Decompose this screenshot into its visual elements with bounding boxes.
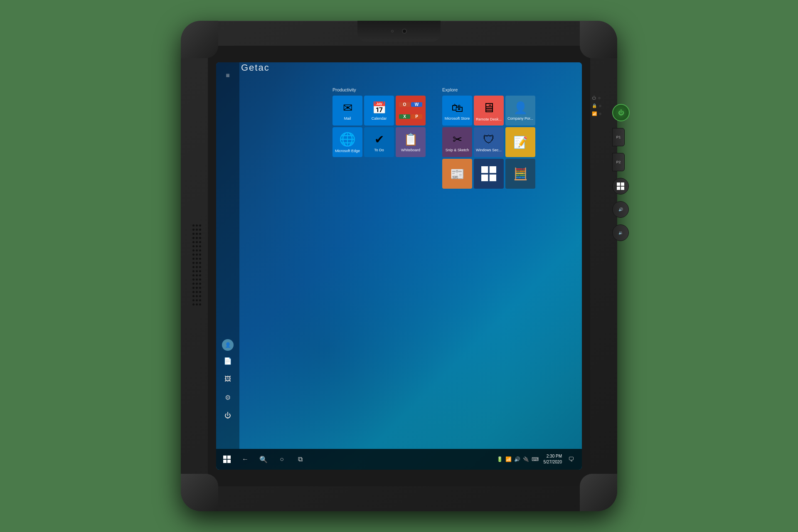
windows-button[interactable] (612, 178, 629, 195)
explore-group: Explore 🛍 Microsoft Store 🖥 (442, 87, 535, 189)
mail-label: Mail (344, 116, 351, 121)
volume-icon[interactable]: 🔊 (514, 456, 520, 462)
cortana-button[interactable]: ○ (274, 452, 289, 467)
taskbar-right: 🔋 📶 🔊 🔌 ⌨ 2:30 PM 5/27/2020 🗨 (497, 452, 579, 467)
keyboard-icon[interactable]: ⌨ (532, 456, 539, 462)
tile-sticky-notes[interactable]: 📝 (505, 127, 535, 157)
excel-mini: X (399, 114, 410, 119)
clock-date: 5/27/2020 (544, 459, 562, 465)
led-power-row: ⏻ (592, 96, 601, 100)
svg-rect-10 (223, 460, 227, 463)
volume-up-button[interactable]: 🔊 (612, 201, 629, 218)
edge-icon: 🌐 (339, 131, 356, 147)
win-start-sidebar: ≡ 👤 📄 🖼 ⚙ ⏻ (216, 62, 239, 449)
todo-icon: ✔ (374, 133, 384, 146)
corner-br (580, 474, 617, 511)
back-button[interactable]: ← (238, 452, 253, 467)
security-icon: 🛡 (483, 133, 495, 146)
tile-windows[interactable] (474, 159, 504, 189)
p1-button[interactable]: P1 (612, 128, 625, 146)
taskbar-items: ← 🔍 ○ ⧉ (238, 452, 308, 467)
todo-label: To Do (374, 148, 384, 152)
sidebar-power[interactable]: ⏻ (219, 407, 236, 424)
ppt-mini: P (411, 114, 422, 119)
camera-main (402, 29, 407, 34)
volume-down-button[interactable]: 🔉 (612, 224, 629, 241)
company-label: Company Por... (507, 116, 533, 121)
edge-label: Microsoft Edge (335, 149, 360, 153)
start-windows-logo (223, 456, 231, 463)
news-icon: 📰 (450, 167, 465, 181)
corner-tr (580, 21, 617, 58)
side-buttons: ⏻ P1 P2 🔊 🔉 (612, 104, 630, 241)
snip-icon: ✂ (453, 133, 462, 146)
windows-logo-tile (481, 166, 496, 181)
led-wifi-row: 📶 (592, 111, 601, 116)
tile-todo[interactable]: ✔ To Do (364, 127, 394, 157)
usb-icon[interactable]: 🔌 (523, 456, 529, 462)
explore-label: Explore (442, 87, 535, 92)
productivity-tile-grid: ✉ Mail 📅 Calendar (332, 96, 426, 157)
store-label: Microsoft Store (445, 116, 470, 121)
led-wifi (599, 113, 601, 115)
tile-snip-sketch[interactable]: ✂ Snip & Sketch (442, 127, 472, 157)
p2-button[interactable]: P2 (612, 153, 625, 171)
company-icon: 👤 (513, 101, 528, 115)
tile-store[interactable]: 🛍 Microsoft Store (442, 96, 472, 126)
productivity-group: Productivity ✉ Mail 📅 (332, 87, 426, 189)
calendar-label: Calendar (372, 116, 387, 121)
corner-bl (181, 474, 218, 511)
power-led-icon: ⏻ (592, 96, 596, 100)
system-clock[interactable]: 2:30 PM 5/27/2020 (544, 453, 562, 465)
svg-rect-3 (621, 187, 624, 190)
tile-calendar[interactable]: 📅 Calendar (364, 96, 394, 126)
hamburger-menu[interactable]: ≡ (219, 67, 236, 84)
taskbar: ← 🔍 ○ ⧉ 🔋 📶 🔊 🔌 ⌨ 2:30 PM 5/27 (216, 449, 582, 470)
task-view-button[interactable]: ⧉ (293, 452, 308, 467)
svg-rect-8 (223, 456, 227, 459)
sidebar-image[interactable]: 🖼 (219, 371, 236, 387)
taskbar-system-icons: 🔋 📶 🔊 🔌 ⌨ (497, 456, 539, 462)
wifi-led-icon: 📶 (592, 111, 597, 116)
productivity-label: Productivity (332, 87, 426, 92)
wifi-icon[interactable]: 📶 (505, 456, 512, 462)
svg-rect-7 (490, 175, 496, 181)
power-button[interactable]: ⏻ (612, 104, 630, 121)
led-power (598, 97, 601, 99)
explore-row2: 📰 (442, 159, 535, 189)
search-button[interactable]: 🔍 (256, 452, 271, 467)
start-button[interactable] (219, 452, 234, 467)
screen-bezel: Getac ≡ 👤 📄 🖼 ⚙ ⏻ (208, 46, 590, 486)
sidebar-settings[interactable]: ⚙ (219, 389, 236, 406)
rdp-label: Remote Desk... (476, 117, 502, 121)
clock-time: 2:30 PM (544, 453, 562, 459)
svg-rect-5 (490, 166, 496, 173)
tile-windows-security[interactable]: 🛡 Windows Sec... (474, 127, 504, 157)
tile-edge[interactable]: 🌐 Microsoft Edge (332, 127, 362, 157)
led-lock (599, 105, 601, 107)
security-label: Windows Sec... (476, 148, 502, 152)
tile-calculator[interactable]: 🧮 (505, 159, 535, 189)
camera-lens (391, 30, 394, 32)
tile-remote-desktop[interactable]: 🖥 Remote Desk... (474, 96, 504, 126)
tile-office[interactable]: O W X P (396, 96, 426, 126)
windows-logo (617, 182, 624, 190)
tiles-area: Productivity ✉ Mail 📅 (332, 87, 574, 189)
tile-mail[interactable]: ✉ Mail (332, 96, 362, 126)
sticky-icon: 📝 (513, 135, 528, 149)
word-mini: W (411, 102, 422, 107)
brand-logo: Getac (241, 62, 270, 73)
tile-news[interactable]: 📰 (442, 159, 472, 189)
tile-whiteboard[interactable]: 📋 Whiteboard (396, 127, 426, 157)
top-notch (357, 21, 441, 42)
explore-tile-grid: 🛍 Microsoft Store 🖥 Remote Desk... (442, 96, 535, 157)
sidebar-document[interactable]: 📄 (219, 352, 236, 369)
corner-tl (181, 21, 218, 58)
tile-company-portal[interactable]: 👤 Company Por... (505, 96, 535, 126)
notification-button[interactable]: 🗨 (564, 452, 579, 467)
whiteboard-label: Whiteboard (401, 148, 420, 152)
svg-rect-6 (481, 175, 488, 181)
user-avatar[interactable]: 👤 (222, 339, 234, 351)
battery-icon[interactable]: 🔋 (497, 456, 503, 462)
outlook-mini: O (399, 102, 410, 107)
